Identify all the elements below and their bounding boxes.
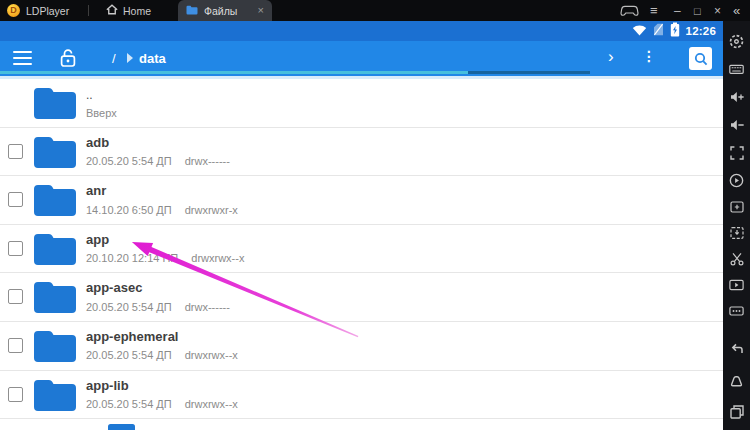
file-date: 20.10.20 12:14 ПП	[86, 252, 178, 264]
file-name: adb	[86, 135, 109, 150]
volume-down-icon[interactable]	[723, 113, 750, 137]
minimize-icon[interactable]: –	[674, 0, 681, 21]
file-name: app-asec	[86, 280, 142, 295]
maximize-icon[interactable]: □	[694, 0, 701, 21]
file-perms: drwxrwx--x	[185, 349, 238, 361]
overflow-menu-icon[interactable]: ⋮	[642, 48, 656, 64]
file-row-app-lib[interactable]: app-lib 20.05.20 5:54 ДПdrwxrwx--x	[0, 371, 723, 420]
folder-icon	[108, 424, 135, 430]
file-date: 20.05.20 5:54 ДП	[86, 349, 172, 361]
file-name: app	[86, 232, 109, 247]
window-titlebar: D LDPlayer Home Файлы × ≡ – □ × «	[0, 0, 750, 21]
collapse-sidebar-icon[interactable]: «	[733, 0, 740, 21]
operation-recorder-icon[interactable]	[723, 168, 750, 192]
file-perms: drwxrwx--x	[191, 252, 244, 264]
volume-up-icon[interactable]	[723, 85, 750, 109]
screenshot-icon[interactable]	[723, 195, 750, 219]
search-icon	[694, 52, 708, 66]
breadcrumb-scrollbar-thumb[interactable]	[468, 71, 590, 74]
tab-close-icon[interactable]: ×	[258, 5, 264, 16]
file-manager-toolbar: / data › ⋮	[0, 41, 723, 76]
file-info: 20.05.20 5:54 ДПdrwxrwx--x	[86, 349, 238, 361]
row-checkbox[interactable]	[8, 387, 23, 402]
row-checkbox[interactable]	[8, 192, 23, 207]
file-perms: drwx------	[185, 301, 230, 313]
breadcrumb-caret-icon	[127, 53, 133, 63]
status-time: 12:26	[686, 25, 716, 37]
nav-back-icon[interactable]	[723, 337, 750, 361]
home-icon	[106, 4, 118, 17]
scissors-icon[interactable]	[723, 247, 750, 271]
file-date: 20.05.20 5:54 ДП	[86, 301, 172, 313]
file-row-anr[interactable]: anr 14.10.20 6:50 ДПdrwxrwxr-x	[0, 176, 723, 225]
file-date: 14.10.20 6:50 ДП	[86, 204, 172, 216]
file-perms: drwxrwx--x	[185, 398, 238, 410]
battery-icon	[670, 22, 680, 41]
menu-icon[interactable]	[13, 51, 32, 65]
file-info: Вверх	[86, 107, 117, 119]
file-name: app-lib	[86, 378, 129, 393]
file-info: 20.05.20 5:54 ДПdrwxrwx--x	[86, 398, 238, 410]
no-sim-icon	[653, 22, 664, 40]
app-title: LDPlayer	[26, 5, 69, 17]
folder-icon	[32, 328, 78, 368]
wifi-icon	[632, 22, 647, 40]
search-button[interactable]	[689, 47, 712, 70]
ldplayer-logo-icon: D	[7, 4, 20, 17]
folder-icon	[32, 279, 78, 319]
file-row-adb[interactable]: adb 20.05.20 5:54 ДПdrwx------	[0, 128, 723, 177]
folder-tab-icon	[186, 5, 198, 17]
file-date: 20.05.20 5:54 ДП	[86, 398, 172, 410]
row-checkbox[interactable]	[8, 241, 23, 256]
lock-icon[interactable]	[59, 48, 77, 73]
tab-files-active[interactable]: Файлы ×	[178, 0, 272, 21]
folder-icon	[32, 85, 78, 125]
tab-home[interactable]: Home	[100, 0, 157, 21]
file-perms: drwx------	[185, 155, 230, 167]
file-name: app-ephemeral	[86, 329, 178, 344]
settings-gear-icon[interactable]	[723, 29, 750, 53]
emulator-sidebar	[723, 21, 750, 430]
folder-icon	[32, 134, 78, 174]
keyboard-icon[interactable]	[723, 57, 750, 81]
file-info: 14.10.20 6:50 ДПdrwxrwxr-x	[86, 204, 238, 216]
file-date: 20.05.20 5:54 ДП	[86, 155, 172, 167]
breadcrumb-folder[interactable]: data	[139, 51, 166, 66]
nav-home-icon[interactable]	[723, 369, 750, 393]
android-status-bar: 12:26	[0, 21, 723, 41]
file-row-app-asec[interactable]: app-asec 20.05.20 5:54 ДПdrwx------	[0, 273, 723, 322]
file-row-app[interactable]: app 20.10.20 12:14 ППdrwxrwx--x	[0, 225, 723, 274]
file-info: 20.05.20 5:54 ДПdrwx------	[86, 155, 230, 167]
row-checkbox[interactable]	[8, 338, 23, 353]
file-perms: drwxrwxr-x	[185, 204, 238, 216]
titlebar-divider	[88, 5, 89, 16]
file-row-up[interactable]: .. Вверх	[0, 79, 723, 128]
file-row-partial[interactable]	[0, 419, 723, 430]
screen-record-icon[interactable]	[723, 273, 750, 297]
folder-icon	[32, 377, 78, 417]
tab-files-label: Файлы	[204, 5, 237, 17]
install-apk-icon[interactable]	[723, 221, 750, 245]
more-icon[interactable]	[723, 299, 750, 323]
nav-recents-icon[interactable]	[723, 400, 750, 424]
window-menu-icon[interactable]: ≡	[650, 0, 658, 21]
file-info: 20.10.20 12:14 ППdrwxrwx--x	[86, 252, 244, 264]
folder-icon	[32, 182, 78, 222]
fullscreen-icon[interactable]	[723, 141, 750, 165]
close-window-icon[interactable]: ×	[714, 0, 721, 21]
file-name: ..	[86, 88, 93, 102]
file-row-app-ephemeral[interactable]: app-ephemeral 20.05.20 5:54 ДПdrwxrwx--x	[0, 322, 723, 371]
file-name: anr	[86, 183, 106, 198]
breadcrumb-scroll-right-icon[interactable]: ›	[608, 47, 614, 67]
file-list: .. Вверх adb 20.05.20 5:54 ДПdrwx------ …	[0, 79, 723, 430]
gamepad-icon[interactable]	[620, 0, 639, 21]
folder-icon	[32, 231, 78, 271]
row-checkbox[interactable]	[8, 289, 23, 304]
row-checkbox[interactable]	[8, 144, 23, 159]
breadcrumb-root[interactable]: /	[112, 51, 116, 66]
tab-home-label: Home	[123, 5, 151, 17]
breadcrumb-scrollbar-track	[0, 71, 468, 74]
file-info: 20.05.20 5:54 ДПdrwx------	[86, 301, 230, 313]
